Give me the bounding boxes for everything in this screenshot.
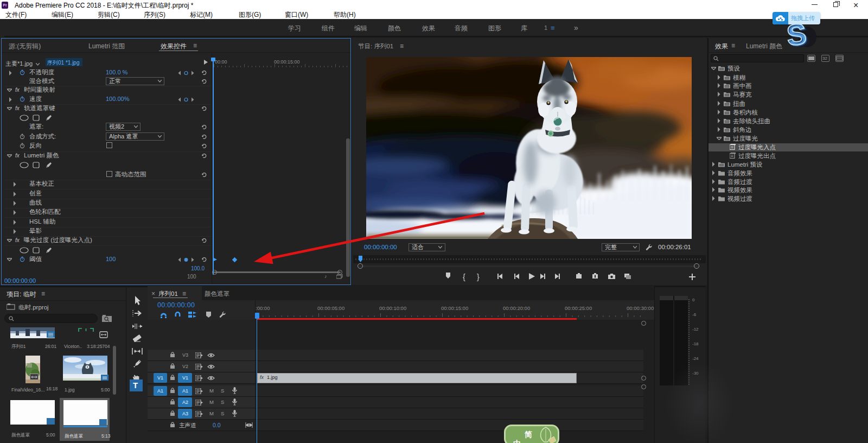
svg-text:{: {	[463, 273, 465, 281]
svg-text:}: }	[477, 273, 480, 281]
svg-text:S: S	[785, 21, 808, 49]
